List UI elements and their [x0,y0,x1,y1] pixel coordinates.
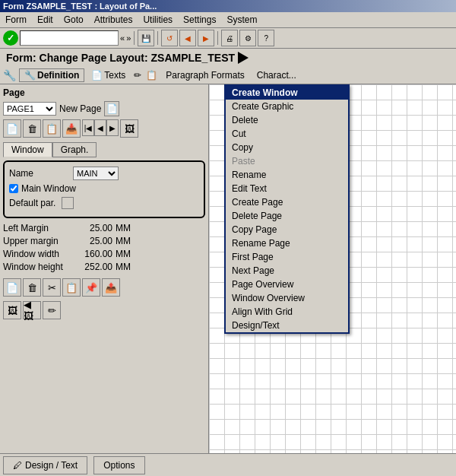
page-select[interactable]: PAGE1 [3,102,56,116]
context-menu-copy-page[interactable]: Copy Page [226,223,348,236]
new-page-btn[interactable]: 📄 [3,119,21,138]
name-label: Name [9,168,70,179]
settings-btn[interactable]: ⚙ [239,30,256,46]
sub-tab-graph[interactable]: Graph. [52,142,97,157]
context-menu-delete-page[interactable]: Delete Page [226,209,348,223]
image-edit-btn[interactable]: ✏ [43,301,61,319]
options-button[interactable]: Options [93,456,144,474]
context-menu-create-window[interactable]: Create Window [226,86,348,100]
page-header: Form: Change Page Layout: ZSAMPLE_TEST [0,49,456,67]
toolbar-input[interactable] [20,30,119,46]
context-menu-align-grid[interactable]: Align With Grid [226,305,348,319]
context-menu-create-graphic[interactable]: Create Graphic [226,100,348,113]
context-menu-page-overview[interactable]: Page Overview [226,278,348,291]
upper-margin-unit: MM [116,236,131,246]
default-par-square[interactable] [62,197,74,209]
new-page-label: New Page [59,103,101,114]
copy-page-btn[interactable]: 📋 [43,119,61,138]
default-par-row: Default par. [9,197,199,209]
tab-definition[interactable]: 🔧 Definition [19,68,84,82]
context-menu-delete[interactable]: Delete [226,113,348,127]
tab-character[interactable]: Charact... [252,68,302,82]
menu-bar: Form Edit Goto Attributes Utilities Sett… [0,12,456,28]
window-height-unit: MM [116,262,131,272]
nav-arrows: |◀ ◀ ▶ [82,119,119,138]
design-text-button[interactable]: 🖊 Design / Text [3,456,87,474]
delete-btn[interactable]: 🗑 [23,278,41,297]
name-row: Name MAIN [9,167,199,180]
page-icon-btn[interactable]: 📄 [104,101,119,116]
separator-3 [217,31,218,45]
tab-character-label: Charact... [257,70,296,81]
sub-tab-window-label: Window [11,144,44,155]
left-panel: Page PAGE1 New Page 📄 📄 🗑 📋 📥 |◀ ◀ ▶ 🖼 W [0,84,209,457]
menu-goto[interactable]: Goto [62,14,86,26]
cut-btn[interactable]: ✂ [43,278,61,297]
sub-tab-graph-label: Graph. [61,144,89,155]
menu-utilities[interactable]: Utilities [141,14,175,26]
first-page-btn[interactable]: |◀ [82,119,94,136]
menu-form[interactable]: Form [3,14,29,26]
next-page-btn[interactable]: ▶ [106,119,119,136]
design-text-label: Design / Text [25,460,78,471]
forward-btn[interactable]: ▶ [198,30,214,46]
upper-margin-label: Upper margin [3,236,71,246]
menu-edit[interactable]: Edit [35,14,55,26]
context-menu-rename-page[interactable]: Rename Page [226,236,348,250]
confirm-icon[interactable]: ✓ [3,30,18,46]
new-btn[interactable]: 📄 [3,278,21,297]
sub-tab-window[interactable]: Window [3,142,52,157]
page-icon[interactable]: 📋 [146,70,157,81]
title-bar: Form ZSAMPLE_TEST : Layout of Pa... [0,0,456,12]
left-margin-label: Left Margin [3,223,71,233]
image-add-btn[interactable]: 🖼 [3,301,21,319]
context-menu-copy[interactable]: Copy [226,141,348,154]
image-prev-btn[interactable]: ◀🖼 [23,301,41,319]
image-btn[interactable]: 🖼 [120,119,138,138]
import-btn[interactable]: 📥 [62,119,81,138]
main-window-row: Main Window [9,183,199,194]
delete-page-btn[interactable]: 🗑 [23,119,41,138]
copy-btn[interactable]: 📋 [62,278,81,297]
refresh-btn[interactable]: ↺ [161,30,178,46]
save-btn[interactable]: 💾 [138,30,154,46]
context-menu-first-page[interactable]: First Page [226,250,348,264]
tab-paragraph[interactable]: Paragraph Formats [160,68,249,82]
context-menu-next-page[interactable]: Next Page [226,264,348,278]
page-title: Form: Change Page Layout: ZSAMPLE_TEST [6,52,235,64]
print-btn[interactable]: 🖨 [221,30,238,46]
edit-icon[interactable]: ✏ [134,70,141,81]
tab-paragraph-label: Paragraph Formats [166,70,244,81]
tab-texts-icon: 📄 [91,70,103,81]
help-btn[interactable]: ? [258,30,274,46]
main-window-checkbox[interactable] [9,184,18,193]
nav-next-icon[interactable]: » [126,33,131,43]
context-menu-cut[interactable]: Cut [226,127,348,141]
context-menu-rename[interactable]: Rename [226,168,348,182]
tab-texts[interactable]: 📄 Texts [86,68,131,82]
options-label: Options [103,460,135,471]
export-btn[interactable]: 📤 [102,278,120,297]
context-menu-design-text[interactable]: Design/Text [226,319,348,332]
context-menu-create-page[interactable]: Create Page [226,195,348,209]
bottom-icon-row-1: 📄 🗑 ✂ 📋 📌 📤 [3,278,205,297]
prev-page-btn[interactable]: ◀ [94,119,106,136]
bottom-icon-row-2: 🖼 ◀🖼 ✏ [3,301,205,319]
nav-prev-icon[interactable]: « [120,33,125,43]
window-height-row: Window height 252.00 MM [3,262,205,272]
menu-attributes[interactable]: Attributes [92,14,135,26]
back-btn[interactable]: ◀ [179,30,196,46]
context-menu-window-overview[interactable]: Window Overview [226,291,348,305]
menu-settings[interactable]: Settings [181,14,218,26]
design-text-icon: 🖊 [13,460,22,471]
context-menu-paste: Paste [226,154,348,168]
right-panel: Create Window Create Graphic Delete Cut … [209,84,456,457]
paste-btn[interactable]: 📌 [82,278,100,297]
left-margin-value: 25.00 [74,223,112,233]
menu-system[interactable]: System [224,14,259,26]
window-height-label: Window height [3,262,71,272]
context-menu-edit-text[interactable]: Edit Text [226,182,348,195]
name-select[interactable]: MAIN [73,167,119,180]
window-width-row: Window width 160.00 MM [3,249,205,259]
arrow-indicator [238,52,249,64]
